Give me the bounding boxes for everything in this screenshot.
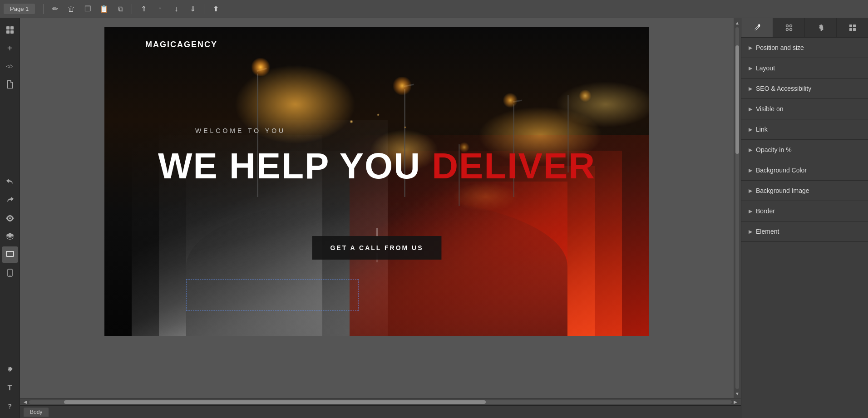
svg-rect-12	[853, 25, 856, 27]
mobile-icon[interactable]	[2, 265, 18, 281]
dashboard-icon[interactable]	[2, 22, 18, 38]
background-color-chevron: ▶	[749, 167, 752, 173]
scroll-right-arrow[interactable]: ▶	[732, 398, 739, 406]
seo-header[interactable]: ▶ SEO & Accessibility	[741, 79, 868, 98]
help-icon[interactable]: ?	[2, 398, 18, 414]
scroll-track-v[interactable]	[735, 27, 739, 389]
position-size-section: ▶ Position and size	[741, 38, 868, 58]
style-tab[interactable]	[741, 18, 773, 37]
opacity-section: ▶ Opacity in %	[741, 140, 868, 160]
horizontal-scrollbar[interactable]: ◀ ▶	[20, 398, 741, 405]
svg-point-8	[789, 25, 792, 27]
visible-on-section: ▶ Visible on	[741, 99, 868, 119]
settings-icon[interactable]	[2, 362, 18, 378]
svg-rect-3	[10, 30, 14, 34]
vertical-scrollbar[interactable]: ▲ ▼	[734, 18, 741, 398]
element-header[interactable]: ▶ Element	[741, 221, 868, 241]
settings-tab[interactable]	[805, 18, 837, 37]
desktop-icon[interactable]	[2, 246, 18, 263]
link-section: ▶ Link	[741, 119, 868, 140]
undo-icon[interactable]	[2, 174, 18, 190]
seo-label: SEO & Accessibility	[756, 85, 811, 92]
background-image-header[interactable]: ▶ Background Image	[741, 181, 868, 201]
scroll-left-arrow[interactable]: ◀	[22, 398, 29, 406]
layout-header[interactable]: ▶ Layout	[741, 58, 868, 78]
layout-chevron: ▶	[749, 65, 752, 71]
opacity-chevron: ▶	[749, 147, 752, 153]
layers-icon[interactable]	[2, 228, 18, 245]
visible-on-header[interactable]: ▶ Visible on	[741, 99, 868, 119]
seo-section: ▶ SEO & Accessibility	[741, 79, 868, 99]
selection-box	[186, 279, 359, 311]
page-tab[interactable]: Page 1	[4, 4, 35, 14]
svg-rect-14	[853, 28, 856, 31]
border-section: ▶ Border	[741, 201, 868, 221]
copy-button[interactable]: 📋	[97, 2, 111, 16]
text-icon[interactable]: T	[2, 380, 18, 396]
svg-point-7	[786, 25, 788, 27]
add-icon[interactable]: +	[2, 40, 18, 56]
layout-tab[interactable]	[773, 18, 805, 37]
border-header[interactable]: ▶ Border	[741, 201, 868, 221]
canvas-scroll-container[interactable]: MAGICAGENCY WELCOME TO YOU WE HELP YOU D…	[20, 18, 734, 398]
link-label: Link	[756, 126, 768, 133]
background-image-label: Background Image	[756, 187, 809, 194]
link-chevron: ▶	[749, 127, 752, 133]
opacity-header[interactable]: ▶ Opacity in %	[741, 140, 868, 160]
canvas-main: MAGICAGENCY WELCOME TO YOU WE HELP YOU D…	[20, 18, 741, 398]
scroll-down-arrow[interactable]: ▼	[734, 390, 741, 397]
background-color-label: Background Color	[756, 167, 807, 174]
move-bottom-button[interactable]: ⇓	[186, 2, 199, 16]
grid-tab[interactable]	[837, 18, 868, 37]
svg-rect-0	[6, 26, 10, 30]
background-color-section: ▶ Background Color	[741, 160, 868, 181]
move-up-button[interactable]: ↑	[153, 2, 167, 16]
edit-button[interactable]: ✏	[48, 2, 62, 16]
move-top-button[interactable]: ⇑	[137, 2, 150, 16]
canvas-area: MAGICAGENCY WELCOME TO YOU WE HELP YOU D…	[20, 18, 741, 418]
file-icon[interactable]	[2, 76, 18, 93]
svg-rect-2	[6, 30, 10, 34]
border-label: Border	[756, 207, 775, 215]
delete-button[interactable]: 🗑	[64, 2, 78, 16]
brand-prefix: MAGIC	[145, 40, 177, 49]
visible-on-label: Visible on	[756, 105, 783, 113]
brand-logo: MAGICAGENCY	[145, 40, 217, 49]
visible-on-chevron: ▶	[749, 106, 752, 112]
svg-point-6	[10, 275, 10, 275]
brand-suffix: AGENCY	[177, 40, 217, 49]
background-color-header[interactable]: ▶ Background Color	[741, 160, 868, 180]
toolbar-separator-3	[204, 4, 204, 14]
redo-icon[interactable]	[2, 192, 18, 208]
right-panel: ▶ Position and size ▶ Layout ▶ SEO & Acc…	[741, 18, 868, 418]
background-image-section: ▶ Background Image	[741, 181, 868, 201]
scroll-thumb-h[interactable]	[64, 400, 486, 404]
scroll-up-arrow[interactable]: ▲	[734, 19, 741, 26]
layout-section: ▶ Layout	[741, 58, 868, 79]
scroll-track-h[interactable]	[29, 400, 732, 404]
body-tab[interactable]: Body	[24, 408, 49, 417]
canvas-inner: MAGICAGENCY WELCOME TO YOU WE HELP YOU D…	[20, 18, 734, 398]
canvas-content: MAGICAGENCY WELCOME TO YOU WE HELP YOU D…	[104, 27, 649, 336]
hero-title: WE HELP YOU DELIVER	[158, 145, 596, 187]
toolbar-separator-1	[43, 4, 44, 14]
preview-icon[interactable]	[2, 210, 18, 226]
link-header[interactable]: ▶ Link	[741, 119, 868, 139]
move-down-button[interactable]: ↓	[169, 2, 183, 16]
upload-button[interactable]: ⬆	[209, 2, 222, 16]
canvas[interactable]: MAGICAGENCY WELCOME TO YOU WE HELP YOU D…	[104, 27, 649, 336]
position-size-label: Position and size	[756, 44, 804, 51]
paste-button[interactable]: ⧉	[113, 2, 127, 16]
welcome-text: WELCOME TO YOU	[195, 127, 286, 134]
position-size-chevron: ▶	[749, 45, 752, 51]
duplicate-button[interactable]: ❐	[81, 2, 94, 16]
main-area: + </> T ?	[0, 18, 868, 418]
position-size-header[interactable]: ▶ Position and size	[741, 38, 868, 58]
bottom-tabs: Body	[20, 405, 741, 418]
layout-label: Layout	[756, 64, 775, 72]
cta-button[interactable]: GET A CALL FROM US	[312, 236, 441, 260]
scroll-thumb-v[interactable]	[735, 45, 739, 154]
svg-point-10	[789, 29, 792, 31]
code-icon[interactable]: </>	[2, 58, 18, 74]
toolbar-separator-2	[132, 4, 132, 14]
